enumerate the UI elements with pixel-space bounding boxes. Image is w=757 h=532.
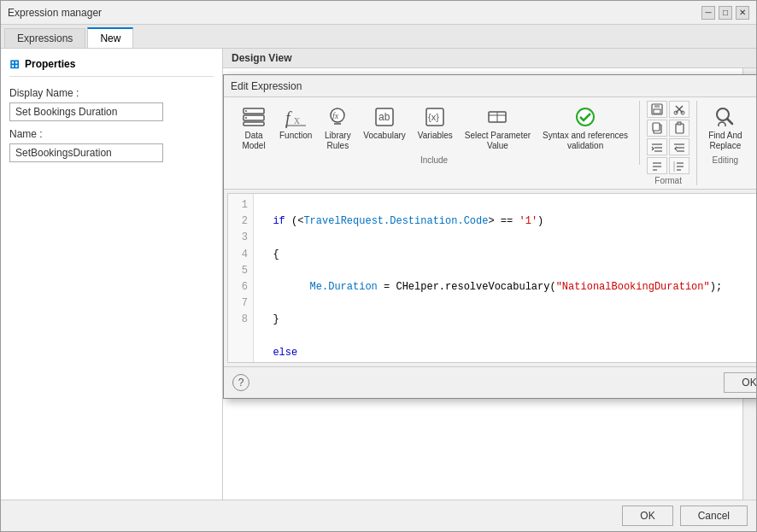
- line-numbers: 1 2 3 4 5 6 7 8: [228, 194, 254, 362]
- variables-icon: {x}: [421, 103, 449, 131]
- format-group-label: Format: [654, 176, 682, 185]
- svg-rect-29: [678, 122, 681, 125]
- dialog-title-bar: Edit Expression ─ □ ✕: [224, 75, 756, 97]
- editing-group: Find AndReplace Editing: [697, 101, 753, 165]
- vocabulary-icon: ab: [371, 103, 398, 131]
- data-model-icon: [240, 103, 267, 131]
- code-editor[interactable]: 1 2 3 4 5 6 7 8 if (<TravelRequest.Desti…: [227, 193, 756, 363]
- expression-manager-window: Expression manager ─ □ ✕ Expressions New…: [0, 0, 757, 532]
- svg-rect-20: [654, 104, 660, 108]
- editing-group-items: Find AndReplace: [704, 101, 746, 154]
- syntax-validation-icon: [572, 103, 599, 131]
- tab-bar: Expressions New: [1, 25, 756, 49]
- svg-rect-21: [654, 109, 660, 114]
- function-label: Function: [279, 131, 312, 141]
- outer-ok-button[interactable]: OK: [622, 506, 672, 526]
- select-param-button[interactable]: Select ParameterValue: [461, 101, 535, 154]
- find-replace-label: Find AndReplace: [708, 131, 742, 151]
- display-name-input[interactable]: [9, 102, 163, 121]
- edit-expression-dialog: Edit Expression ─ □ ✕: [223, 74, 756, 399]
- svg-rect-27: [653, 123, 660, 131]
- code-line-5: else: [261, 345, 756, 361]
- cut-button[interactable]: [669, 101, 690, 118]
- dialog-title: Edit Expression: [231, 80, 302, 92]
- outer-cancel-button[interactable]: Cancel: [680, 506, 748, 526]
- library-rules-icon: fx: [324, 103, 351, 131]
- code-line-1: if (<TravelRequest.Destination.Code> == …: [261, 213, 756, 230]
- main-area: ⊞ Properties Display Name : Name : Desig…: [1, 49, 756, 500]
- copy-button[interactable]: [647, 120, 667, 137]
- right-panel: Design View ⚠ Duration: [223, 49, 756, 500]
- include-group-items: DataModel f x: [236, 101, 632, 154]
- svg-line-44: [727, 119, 732, 124]
- select-param-icon: [484, 103, 511, 131]
- comment-button[interactable]: [647, 157, 667, 174]
- select-param-label: Select ParameterValue: [465, 131, 531, 151]
- variables-label: Variables: [418, 131, 453, 141]
- syntax-validation-button[interactable]: Syntax and referencesvalidation: [538, 101, 632, 154]
- vocabulary-button[interactable]: ab Vocabulary: [359, 101, 409, 154]
- svg-text:x: x: [294, 114, 300, 126]
- properties-icon: ⊞: [9, 57, 20, 71]
- svg-point-18: [577, 108, 594, 126]
- indent-button[interactable]: [647, 138, 667, 155]
- left-panel: ⊞ Properties Display Name : Name :: [1, 49, 223, 500]
- tab-new[interactable]: New: [87, 27, 133, 48]
- uncomment-button[interactable]: [669, 157, 690, 174]
- editing-group-label: Editing: [713, 155, 739, 165]
- library-rules-label: LibraryRules: [325, 131, 351, 151]
- minimize-button[interactable]: ─: [701, 6, 715, 20]
- data-model-label: DataModel: [242, 131, 265, 151]
- data-model-button[interactable]: DataModel: [236, 101, 272, 154]
- expression-toolbar: DataModel f x: [224, 97, 756, 190]
- dialog-overlay: Edit Expression ─ □ ✕: [223, 49, 756, 500]
- find-replace-button[interactable]: Find AndReplace: [704, 101, 746, 154]
- help-button[interactable]: ?: [232, 374, 249, 391]
- save-button[interactable]: [647, 101, 667, 118]
- format-group: Format: [640, 101, 697, 185]
- svg-rect-28: [676, 124, 684, 133]
- include-group-label: Include: [420, 155, 448, 165]
- title-bar: Expression manager ─ □ ✕: [1, 1, 756, 25]
- find-replace-icon: [712, 103, 739, 131]
- outdent-button[interactable]: [669, 138, 690, 155]
- display-name-section: Display Name :: [9, 87, 214, 121]
- syntax-validation-label: Syntax and referencesvalidation: [543, 131, 628, 151]
- library-rules-button[interactable]: fx LibraryRules: [320, 101, 355, 154]
- format-group-items: [647, 101, 690, 174]
- svg-rect-2: [244, 122, 264, 126]
- tab-expressions[interactable]: Expressions: [4, 28, 85, 48]
- properties-header: ⊞ Properties: [9, 57, 214, 77]
- dialog-footer: ? OK Cancel: [224, 366, 756, 398]
- display-name-label: Display Name :: [9, 87, 214, 99]
- name-label: Name :: [9, 128, 214, 140]
- vocabulary-label: Vocabulary: [363, 131, 405, 141]
- name-input[interactable]: [9, 143, 163, 162]
- svg-text:ab: ab: [378, 111, 390, 123]
- function-button[interactable]: f x Function: [275, 101, 316, 154]
- svg-text:fx: fx: [332, 111, 339, 120]
- code-line-3: Me.Duration = CHelper.resolveVocabulary(…: [261, 279, 756, 295]
- outer-footer: OK Cancel: [1, 500, 756, 531]
- dialog-footer-buttons: OK Cancel: [724, 372, 756, 393]
- include-group: DataModel f x: [229, 101, 640, 165]
- function-icon: f x: [282, 103, 309, 131]
- code-line-4: }: [261, 312, 756, 328]
- code-line-2: {: [261, 247, 756, 263]
- window-title: Expression manager: [8, 7, 102, 19]
- paste-button[interactable]: [669, 120, 690, 137]
- dialog-ok-button[interactable]: OK: [724, 372, 756, 393]
- svg-point-4: [245, 117, 247, 119]
- window-controls: ─ □ ✕: [701, 6, 749, 20]
- name-section: Name :: [9, 128, 214, 162]
- maximize-button[interactable]: □: [719, 6, 732, 20]
- variables-button[interactable]: {x} Variables: [414, 101, 457, 154]
- code-content[interactable]: if (<TravelRequest.Destination.Code> == …: [254, 194, 756, 362]
- svg-point-3: [245, 110, 247, 112]
- close-button[interactable]: ✕: [736, 6, 749, 20]
- svg-text:{x}: {x}: [428, 112, 439, 122]
